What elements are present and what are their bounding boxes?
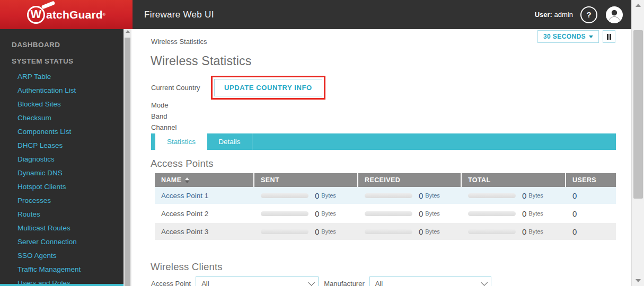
sent-progress-bar [261,211,308,216]
sidebar-item-dashboard[interactable]: DASHBOARD [0,37,123,53]
sent-progress-bar [261,229,308,234]
current-country-label: Current Country [151,84,211,92]
tab-bar: Statistics Details [151,133,616,150]
total-progress-bar [468,193,516,198]
received-progress-bar [365,229,412,234]
scroll-down-icon[interactable] [632,276,644,285]
column-header-name[interactable]: NAME [155,173,254,187]
sidebar-item-server-connection[interactable]: Server Connection [0,235,123,248]
update-country-info-button[interactable]: UPDATE COUNTRY INFO [214,79,322,96]
tab-details[interactable]: Details [207,133,252,150]
total-progress-bar [468,211,516,216]
account-icon[interactable] [605,5,624,24]
sidebar-scrollbar-thumb[interactable] [125,38,130,286]
sidebar-item-authentication-list[interactable]: Authentication List [0,83,123,97]
sidebar-item-arp-table[interactable]: ARP Table [0,69,123,83]
manufacturer-filter-label: Manufacturer [324,280,365,286]
chevron-down-icon [308,279,315,286]
app-title: Fireware Web UI [144,10,214,20]
app-window: W atchGuard ® Fireware Web UI User: admi… [0,0,644,286]
table-row[interactable]: Access Point 2 0Bytes 0Bytes 0Bytes 0 [155,205,616,223]
sidebar-item-processes[interactable]: Processes [0,193,123,207]
sidebar-item-routes[interactable]: Routes [0,207,123,221]
page-scrollbar-thumb[interactable] [633,30,643,199]
sidebar-item-blocked-sites[interactable]: Blocked Sites [0,97,123,111]
manufacturer-filter-select[interactable]: All [369,276,491,286]
page-title: Wireless Statistics [151,54,251,68]
sidebar-nav: DASHBOARD SYSTEM STATUS ARP Table Authen… [0,29,123,284]
column-header-total: TOTAL [462,173,566,187]
access-points-table: NAME SENT RECEIVED TOTAL USERS Access Po… [155,173,616,241]
sort-icon [185,177,189,183]
page-scrollbar[interactable] [631,0,644,286]
column-header-received: RECEIVED [358,173,462,187]
main-content: 30 SECONDS Wireless Statistics Wireless … [131,29,631,286]
brand-header: W atchGuard ® [0,0,133,29]
refresh-interval-button[interactable]: 30 SECONDS [537,30,599,43]
access-points-title: Access Points [151,158,214,169]
refresh-interval-label: 30 SECONDS [543,33,586,40]
logo-initial: W [31,8,42,20]
table-row[interactable]: Access Point 1 0Bytes 0Bytes 0Bytes 0 [155,187,616,205]
logo-circle-icon: W [27,6,45,24]
total-progress-bar [468,229,516,234]
watchguard-logo: W atchGuard ® [27,6,105,24]
table-row[interactable]: Access Point 3 0Bytes 0Bytes 0Bytes 0 [155,223,616,241]
access-point-filter-label: Access Point [151,280,191,286]
band-label: Band [151,112,167,120]
sidebar-item-hotspot-clients[interactable]: Hotspot Clients [0,180,123,193]
user-indicator: User: admin [535,11,573,19]
wireless-clients-filters: Access Point All Manufacturer All [151,276,491,286]
sidebar-item-diagnostics[interactable]: Diagnostics [0,152,123,166]
sidebar-scrollbar[interactable] [123,29,131,286]
top-bar: Fireware Web UI User: admin ? [133,0,631,29]
registered-mark: ® [103,12,105,17]
chevron-down-icon [589,35,593,38]
wireless-clients-title: Wireless Clients [151,261,223,273]
sidebar-item-multicast-routes[interactable]: Multicast Routes [0,221,123,235]
pause-button[interactable] [603,30,615,43]
brand-name: atchGuard [46,8,103,21]
tab-statistics[interactable]: Statistics [155,133,207,150]
sidebar-item-checksum[interactable]: Checksum [0,111,123,124]
table-header-row: NAME SENT RECEIVED TOTAL USERS [155,173,616,187]
sidebar-item-traffic-management[interactable]: Traffic Management [0,262,123,276]
sidebar-scroll-up-icon[interactable] [123,30,131,33]
sidebar-section-system-status[interactable]: SYSTEM STATUS [0,53,123,69]
sent-progress-bar [261,193,308,198]
wireless-info: Current Country UPDATE COUNTRY INFO Mode… [151,76,469,132]
channel-label: Channel [151,123,177,131]
sidebar-item-components-list[interactable]: Components List [0,124,123,138]
user-name: admin [554,11,573,19]
annotation-highlight-box: UPDATE COUNTRY INFO [211,76,325,100]
column-header-sent: SENT [254,173,358,187]
breadcrumb: Wireless Statistics [151,38,207,46]
sidebar-bottom-accent [0,284,123,286]
scroll-up-icon[interactable] [632,1,644,10]
column-header-users: USERS [566,173,616,187]
user-label: User: [535,11,552,19]
sidebar-item-sso-agents[interactable]: SSO Agents [0,248,123,262]
sidebar-item-users-and-roles[interactable]: Users and Roles [0,276,123,284]
chevron-down-icon [481,279,488,286]
sidebar-item-dynamic-dns[interactable]: Dynamic DNS [0,166,123,180]
mode-label: Mode [151,101,169,109]
received-progress-bar [365,211,412,216]
access-point-filter-select[interactable]: All [196,276,319,286]
pause-icon [607,34,608,40]
sidebar-item-dhcp-leases[interactable]: DHCP Leases [0,138,123,152]
received-progress-bar [365,193,412,198]
help-icon[interactable]: ? [580,6,597,23]
